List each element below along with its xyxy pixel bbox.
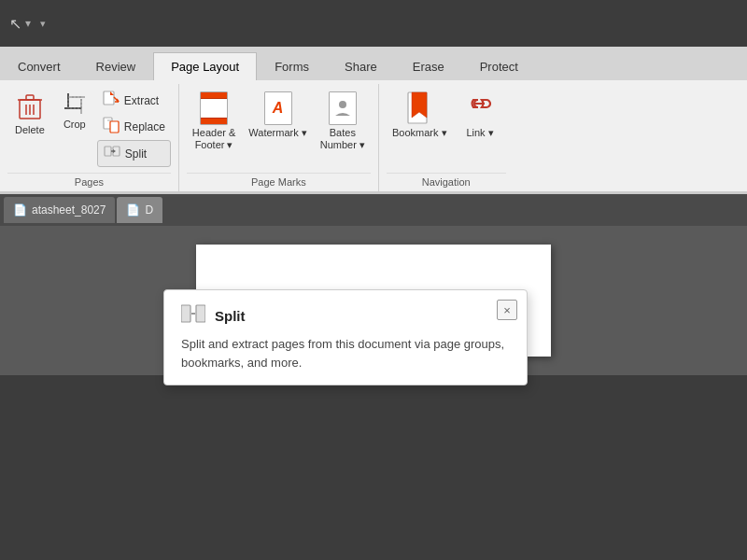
- title-separator: ▾: [25, 17, 31, 30]
- small-buttons-col: Extract Replace: [97, 88, 171, 167]
- page-marks-group: Header &Footer ▾ A Watermark ▾ Bates: [179, 84, 379, 191]
- page-marks-items: Header &Footer ▾ A Watermark ▾ Bates: [187, 84, 371, 171]
- svg-rect-19: [105, 147, 111, 156]
- replace-icon: [103, 117, 120, 136]
- split-tooltip: Split Split and extract pages from this …: [163, 289, 528, 385]
- crop-label: Crop: [63, 119, 86, 131]
- split-button[interactable]: Split: [97, 140, 171, 167]
- title-extra: ▾: [40, 18, 46, 30]
- trash-icon: [18, 91, 42, 121]
- link-button[interactable]: Link ▾: [455, 88, 506, 143]
- tab-bar: Convert Review Page Layout Forms Share E…: [0, 47, 747, 80]
- tab-convert[interactable]: Convert: [0, 52, 78, 80]
- tab-review[interactable]: Review: [78, 52, 154, 80]
- cursor-icon: ↖: [9, 15, 21, 33]
- title-bar: ↖ ▾ ▾: [0, 0, 747, 47]
- bates-icon: [329, 91, 357, 125]
- svg-rect-11: [104, 91, 114, 105]
- tab-protect[interactable]: Protect: [462, 52, 536, 80]
- replace-button[interactable]: Replace: [97, 114, 171, 139]
- tab-erase[interactable]: Erase: [395, 52, 462, 80]
- tab-forms[interactable]: Forms: [257, 52, 327, 80]
- tooltip-split-icon: [181, 303, 205, 328]
- delete-label: Delete: [15, 124, 45, 136]
- crop-button[interactable]: Crop: [54, 88, 95, 134]
- header-footer-button[interactable]: Header &Footer ▾: [187, 88, 241, 155]
- bookmark-icon: [406, 91, 432, 125]
- delete-button[interactable]: Delete: [7, 88, 52, 140]
- doc-tab-1-icon: 📄: [13, 203, 27, 217]
- split-label: Split: [125, 147, 147, 161]
- header-footer-icon: [200, 91, 228, 125]
- doc-tab-2-icon: 📄: [126, 203, 140, 217]
- ribbon: Convert Review Page Layout Forms Share E…: [0, 47, 747, 194]
- svg-rect-28: [196, 305, 205, 322]
- watermark-button[interactable]: A Watermark ▾: [243, 88, 312, 143]
- navigation-items: Bookmark ▾ Link ▾: [387, 84, 506, 171]
- header-footer-label: Header &Footer ▾: [192, 127, 235, 151]
- title-bar-tools: ↖ ▾ ▾: [9, 15, 46, 33]
- tooltip-close-button[interactable]: ×: [497, 300, 517, 320]
- document-tabs: 📄 atasheet_8027 📄 D: [0, 194, 747, 226]
- extract-button[interactable]: Extract: [97, 88, 171, 113]
- extract-label: Extract: [124, 94, 159, 107]
- doc-tab-1-label: atasheet_8027: [32, 203, 106, 217]
- link-label: Link ▾: [466, 127, 493, 139]
- tab-share[interactable]: Share: [327, 52, 395, 80]
- page-marks-group-label: Page Marks: [187, 173, 371, 191]
- doc-tab-2[interactable]: 📄 D: [117, 197, 162, 223]
- bates-label: BatesNumber ▾: [320, 127, 365, 151]
- svg-rect-27: [181, 305, 190, 322]
- doc-tab-1[interactable]: 📄 atasheet_8027: [4, 197, 115, 223]
- pages-group-label: Pages: [7, 173, 171, 191]
- pages-group-items: Delete Crop: [7, 84, 171, 171]
- watermark-icon: A: [264, 91, 292, 125]
- ribbon-content: Delete Crop: [0, 80, 747, 193]
- bookmark-button[interactable]: Bookmark ▾: [387, 88, 453, 143]
- navigation-group: Bookmark ▾ Link ▾ Navigation: [379, 84, 514, 191]
- extract-icon: [103, 91, 120, 110]
- tooltip-body: Split and extract pages from this docume…: [181, 335, 510, 371]
- svg-point-23: [339, 101, 346, 108]
- svg-rect-10: [68, 97, 81, 108]
- bookmark-label: Bookmark ▾: [392, 127, 447, 139]
- navigation-group-label: Navigation: [387, 173, 506, 191]
- split-icon: [104, 144, 120, 163]
- pages-group: Delete Crop: [0, 84, 179, 191]
- tab-page-layout[interactable]: Page Layout: [153, 52, 257, 80]
- crop-icon: [63, 91, 87, 116]
- replace-label: Replace: [124, 120, 165, 133]
- doc-tab-2-label: D: [145, 203, 153, 217]
- tooltip-header: Split: [181, 303, 510, 328]
- svg-rect-17: [110, 121, 119, 133]
- tooltip-title: Split: [215, 308, 246, 324]
- bates-number-button[interactable]: BatesNumber ▾: [315, 88, 371, 155]
- link-icon: [466, 91, 494, 125]
- watermark-label: Watermark ▾: [248, 127, 306, 139]
